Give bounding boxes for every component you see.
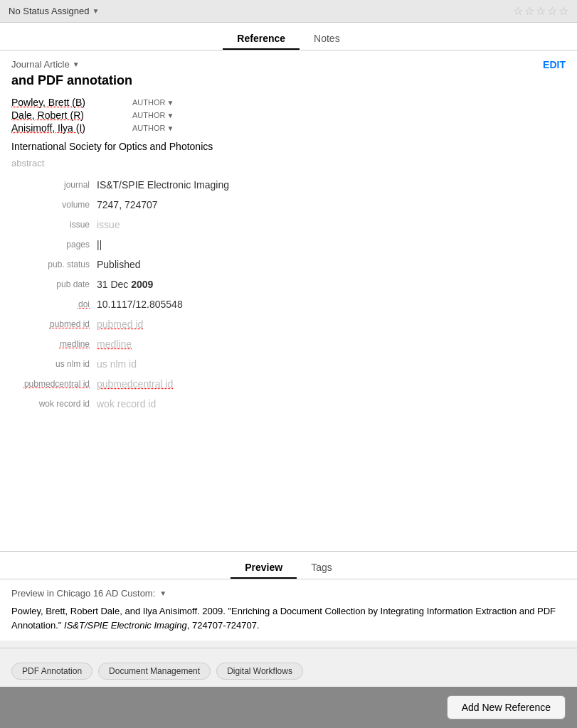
field-value-medline[interactable]: medline bbox=[97, 338, 132, 350]
bottom-action-bar: Add New Reference bbox=[0, 687, 577, 728]
author-role-dropdown-3[interactable]: ▼ bbox=[166, 124, 174, 132]
star-1[interactable]: ☆ bbox=[513, 4, 523, 18]
author-row-3: Anisimoff, Ilya (I) AUTHOR ▼ bbox=[11, 122, 566, 134]
field-volume: volume 7247, 724707 bbox=[11, 197, 566, 213]
field-label-doi: doi bbox=[11, 299, 97, 309]
field-pubmed: pubmed id pubmed id bbox=[11, 316, 566, 332]
field-medline: medline medline bbox=[11, 336, 566, 352]
author-row-2: Dale, Robert (R) AUTHOR ▼ bbox=[11, 109, 566, 121]
author-role-1[interactable]: AUTHOR ▼ bbox=[132, 98, 174, 107]
author-role-dropdown-2[interactable]: ▼ bbox=[166, 112, 174, 119]
pub-date-year: 2009 bbox=[131, 279, 153, 290]
add-new-reference-button[interactable]: Add New Reference bbox=[447, 695, 566, 719]
tags-section: PDF Annotation Document Management Digit… bbox=[0, 655, 577, 687]
fields-section: journal IS&T/SPIE Electronic Imaging vol… bbox=[11, 177, 566, 412]
field-issue: issue issue bbox=[11, 217, 566, 232]
preview-divider bbox=[0, 648, 577, 648]
author-name-3[interactable]: Anisimoff, Ilya (I) bbox=[11, 122, 125, 134]
field-label-volume: volume bbox=[11, 200, 97, 210]
ref-type-dropdown[interactable]: ▼ bbox=[73, 60, 80, 68]
tab-notes[interactable]: Notes bbox=[300, 28, 354, 50]
author-role-label-1: AUTHOR bbox=[132, 98, 165, 107]
field-label-journal: journal bbox=[11, 180, 97, 190]
star-4[interactable]: ☆ bbox=[547, 4, 557, 18]
preview-text-italic: IS&T/SPIE Electronic Imaging bbox=[64, 620, 187, 631]
ref-type-label: Journal Article bbox=[11, 59, 70, 70]
preview-style-dropdown[interactable]: ▼ bbox=[159, 589, 166, 597]
field-value-pub-status[interactable]: Published bbox=[97, 259, 141, 270]
field-value-issue[interactable]: issue bbox=[97, 219, 120, 230]
author-role-3[interactable]: AUTHOR ▼ bbox=[132, 124, 174, 132]
field-pages: pages | bbox=[11, 237, 566, 252]
reference-title: and PDF annotation bbox=[11, 73, 566, 88]
status-dropdown-arrow[interactable]: ▼ bbox=[92, 7, 99, 15]
field-value-pub-date[interactable]: 31 Dec 2009 bbox=[97, 279, 153, 290]
author-role-label-3: AUTHOR bbox=[132, 124, 165, 132]
bottom-tabs: Preview Tags bbox=[0, 551, 577, 579]
star-rating[interactable]: ☆ ☆ ☆ ☆ ☆ bbox=[513, 4, 568, 18]
field-value-doi[interactable]: 10.1117/12.805548 bbox=[97, 299, 183, 310]
author-row-1: Powley, Brett (B) AUTHOR ▼ bbox=[11, 97, 566, 108]
field-doi: doi 10.1117/12.805548 bbox=[11, 296, 566, 312]
main-tabs: Reference Notes bbox=[0, 23, 577, 50]
reference-header: Journal Article ▼ EDIT bbox=[11, 59, 566, 70]
status-label[interactable]: No Status Assigned ▼ bbox=[9, 6, 99, 16]
tag-document-management[interactable]: Document Management bbox=[98, 663, 211, 680]
tab-preview[interactable]: Preview bbox=[231, 557, 297, 579]
preview-style-row: Preview in Chicago 16 AD Custom: ▼ bbox=[11, 588, 566, 599]
field-value-wok[interactable]: wok record id bbox=[97, 398, 156, 410]
field-value-us-nlm[interactable]: us nlm id bbox=[97, 358, 137, 370]
field-label-medline: medline bbox=[11, 339, 97, 349]
field-label-pubmedcentral: pubmedcentral id bbox=[11, 379, 97, 389]
field-value-pages[interactable]: | bbox=[97, 239, 101, 250]
field-value-pubmed[interactable]: pubmed id bbox=[97, 318, 143, 330]
field-value-pubmedcentral[interactable]: pubmedcentral id bbox=[97, 378, 173, 390]
field-label-issue: issue bbox=[11, 220, 97, 230]
publisher: International Society for Optics and Pho… bbox=[11, 141, 566, 152]
main-content: Journal Article ▼ EDIT and PDF annotatio… bbox=[0, 50, 577, 551]
abstract-placeholder[interactable]: abstract bbox=[11, 158, 566, 168]
field-wok: wok record id wok record id bbox=[11, 396, 566, 412]
field-label-pub-status: pub. status bbox=[11, 259, 97, 269]
preview-text-end: , 724707-724707. bbox=[187, 620, 260, 631]
authors-section: Powley, Brett (B) AUTHOR ▼ Dale, Robert … bbox=[11, 97, 566, 134]
field-value-journal[interactable]: IS&T/SPIE Electronic Imaging bbox=[97, 179, 229, 191]
author-role-dropdown-1[interactable]: ▼ bbox=[166, 99, 174, 107]
field-value-volume[interactable]: 7247, 724707 bbox=[97, 199, 158, 210]
star-3[interactable]: ☆ bbox=[536, 4, 546, 18]
field-label-pages: pages bbox=[11, 240, 97, 250]
field-label-pubmed: pubmed id bbox=[11, 319, 97, 329]
star-5[interactable]: ☆ bbox=[559, 4, 568, 18]
author-name-1[interactable]: Powley, Brett (B) bbox=[11, 97, 125, 108]
tag-digital-workflows[interactable]: Digital Workflows bbox=[216, 663, 303, 680]
field-us-nlm: us nlm id us nlm id bbox=[11, 356, 566, 372]
author-name-2[interactable]: Dale, Robert (R) bbox=[11, 109, 125, 121]
field-label-wok: wok record id bbox=[11, 399, 97, 409]
edit-button[interactable]: EDIT bbox=[543, 59, 566, 70]
star-2[interactable]: ☆ bbox=[524, 4, 534, 18]
author-role-2[interactable]: AUTHOR ▼ bbox=[132, 111, 174, 119]
preview-text: Powley, Brett, Robert Dale, and Ilya Ani… bbox=[11, 604, 566, 632]
status-text: No Status Assigned bbox=[9, 6, 89, 16]
tab-tags[interactable]: Tags bbox=[297, 557, 346, 579]
preview-style-label: Preview in Chicago 16 AD Custom: bbox=[11, 588, 155, 599]
top-bar: No Status Assigned ▼ ☆ ☆ ☆ ☆ ☆ bbox=[0, 0, 577, 23]
field-pub-date: pub date 31 Dec 2009 bbox=[11, 277, 566, 292]
field-label-pub-date: pub date bbox=[11, 279, 97, 289]
ref-type[interactable]: Journal Article ▼ bbox=[11, 59, 80, 70]
tab-reference[interactable]: Reference bbox=[223, 28, 300, 50]
field-journal: journal IS&T/SPIE Electronic Imaging bbox=[11, 177, 566, 193]
field-pub-status: pub. status Published bbox=[11, 257, 566, 272]
tag-pdf-annotation[interactable]: PDF Annotation bbox=[11, 663, 92, 680]
field-pubmedcentral: pubmedcentral id pubmedcentral id bbox=[11, 376, 566, 392]
preview-section: Preview in Chicago 16 AD Custom: ▼ Powle… bbox=[0, 579, 577, 641]
field-label-us-nlm: us nlm id bbox=[11, 359, 97, 369]
author-role-label-2: AUTHOR bbox=[132, 111, 165, 119]
